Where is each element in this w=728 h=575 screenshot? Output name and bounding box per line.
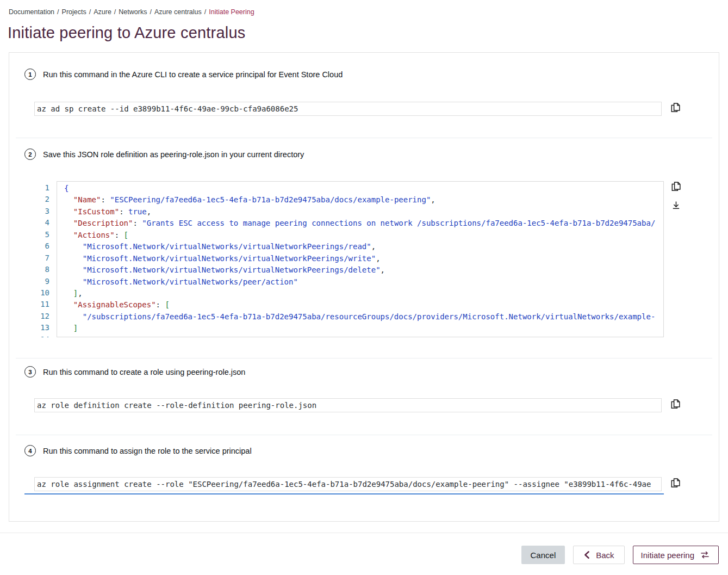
code-line-number: 14 <box>34 334 49 337</box>
step-2-header: 2 Save this JSON role definition as peer… <box>24 149 304 160</box>
code-line: "Microsoft.Network/virtualNetworks/virtu… <box>64 241 663 252</box>
code-line: "/subscriptions/fa7eed6a-1ec5-4efa-b71a-… <box>64 311 663 323</box>
code-content: { "Name": "ESCPeering/fa7eed6a-1ec5-4efa… <box>57 181 664 337</box>
code-line: "AssignableScopes": [ <box>64 299 663 311</box>
breadcrumb-link[interactable]: Projects <box>62 8 86 16</box>
step-4-command-row: az role assignment create --role "ESCPee… <box>34 477 681 491</box>
step-3-command-row: az role definition create --role-definit… <box>34 398 681 412</box>
code-line: "Microsoft.Network/virtualNetworks/virtu… <box>64 264 663 276</box>
peering-steps-card: 1 Run this command in the Azure CLI to c… <box>9 52 719 522</box>
step-2-number-badge: 2 <box>24 149 36 160</box>
step-1-instruction: Run this command in the Azure CLI to cre… <box>43 70 343 79</box>
step-2-instruction: Save this JSON role definition as peerin… <box>43 150 304 159</box>
code-line: "Microsoft.Network/virtualNetworks/virtu… <box>64 253 663 264</box>
step-4-number-badge: 4 <box>24 445 36 456</box>
step-3-copy-button[interactable] <box>670 398 681 410</box>
breadcrumb-separator: / <box>204 8 206 16</box>
code-line: "Microsoft.Network/virtualNetworks/peer/… <box>64 276 663 288</box>
code-line-number: 6 <box>34 240 49 252</box>
json-code-block[interactable]: 1234567891011121314 { "Name": "ESCPeerin… <box>34 181 664 337</box>
step-4-instruction: Run this command to assign the role to t… <box>43 447 252 455</box>
step-3-header: 3 Run this command to create a role usin… <box>24 366 245 378</box>
page-title: Initiate peering to Azure centralus <box>8 24 728 42</box>
code-line-number: 5 <box>34 229 49 240</box>
step-1-section: 1 Run this command in the Azure CLI to c… <box>9 53 719 138</box>
step-1-number-badge: 1 <box>24 69 36 80</box>
code-line-numbers: 1234567891011121314 <box>34 181 57 337</box>
step-3-number-badge: 3 <box>24 366 36 378</box>
download-icon <box>670 205 682 213</box>
code-line: "IsCustom": true, <box>64 206 663 218</box>
cancel-button[interactable]: Cancel <box>521 546 565 564</box>
breadcrumb-link[interactable]: Azure centralus <box>154 8 202 16</box>
step-3-section: 3 Run this command to create a role usin… <box>9 358 719 435</box>
step-1-command-row: az ad sp create --id e3899b11-4f6c-49ae-… <box>34 102 681 116</box>
code-line: "Actions": [ <box>64 230 663 241</box>
code-line: "Name": "ESCPeering/fa7eed6a-1ec5-4efa-b… <box>64 194 663 206</box>
breadcrumb-current: Initiate Peering <box>209 8 254 16</box>
back-button[interactable]: Back <box>573 546 624 564</box>
breadcrumb-separator: / <box>57 8 59 16</box>
code-line-number: 1 <box>34 182 49 194</box>
step-2-section: 2 Save this JSON role definition as peer… <box>9 138 719 358</box>
code-line-number: 8 <box>34 264 49 275</box>
code-line-number: 10 <box>34 287 49 299</box>
copy-icon <box>670 186 682 194</box>
step-1-header: 1 Run this command in the Azure CLI to c… <box>24 69 343 80</box>
code-line: { <box>64 183 663 194</box>
breadcrumb-separator: / <box>150 8 151 16</box>
code-line: "Description": "Grants ESC access to man… <box>64 218 663 229</box>
code-line: ] <box>64 323 663 334</box>
initiate-peering-label: Initiate peering <box>641 551 694 560</box>
code-line: } <box>64 335 663 337</box>
code-line-number: 3 <box>34 206 49 217</box>
code-line-number: 12 <box>34 311 49 322</box>
step-4-header: 4 Run this command to assign the role to… <box>24 445 252 456</box>
chevron-left-icon <box>583 551 590 559</box>
step-3-command-field[interactable]: az role definition create --role-definit… <box>34 398 662 412</box>
back-button-label: Back <box>596 551 614 560</box>
footer-divider <box>0 533 728 533</box>
step-4-copy-button[interactable] <box>670 477 681 489</box>
breadcrumb-link[interactable]: Documentation <box>9 8 54 16</box>
breadcrumb-link[interactable]: Azure <box>94 8 111 16</box>
code-line-number: 2 <box>34 194 49 205</box>
footer-actions: Cancel Back Initiate peering <box>0 546 728 564</box>
initiate-peering-button[interactable]: Initiate peering <box>633 546 719 564</box>
code-line-number: 9 <box>34 276 49 287</box>
step-4-command-field[interactable]: az role assignment create --role "ESCPee… <box>34 477 662 491</box>
breadcrumb-link[interactable]: Networks <box>119 8 147 16</box>
step-2-download-button[interactable] <box>670 200 682 212</box>
breadcrumb: Documentation/Projects/Azure/Networks/Az… <box>0 0 728 17</box>
code-actions <box>670 181 682 212</box>
step-1-command-field[interactable]: az ad sp create --id e3899b11-4f6c-49ae-… <box>34 102 662 116</box>
copy-icon <box>670 404 681 412</box>
breadcrumb-separator: / <box>114 8 116 16</box>
copy-icon <box>670 483 681 491</box>
step-4-section: 4 Run this command to assign the role to… <box>9 435 719 521</box>
code-line-number: 11 <box>34 299 49 310</box>
code-line: ], <box>64 288 663 299</box>
swap-arrows-icon <box>699 549 711 560</box>
step-1-copy-button[interactable] <box>670 102 681 114</box>
horizontal-scrollbar[interactable] <box>24 493 664 494</box>
code-line-number: 7 <box>34 252 49 264</box>
copy-icon <box>670 107 681 115</box>
code-line-number: 13 <box>34 322 49 333</box>
step-3-instruction: Run this command to create a role using … <box>43 368 245 376</box>
code-line-number: 4 <box>34 217 49 228</box>
breadcrumb-separator: / <box>89 8 91 16</box>
step-2-copy-button[interactable] <box>670 181 682 193</box>
